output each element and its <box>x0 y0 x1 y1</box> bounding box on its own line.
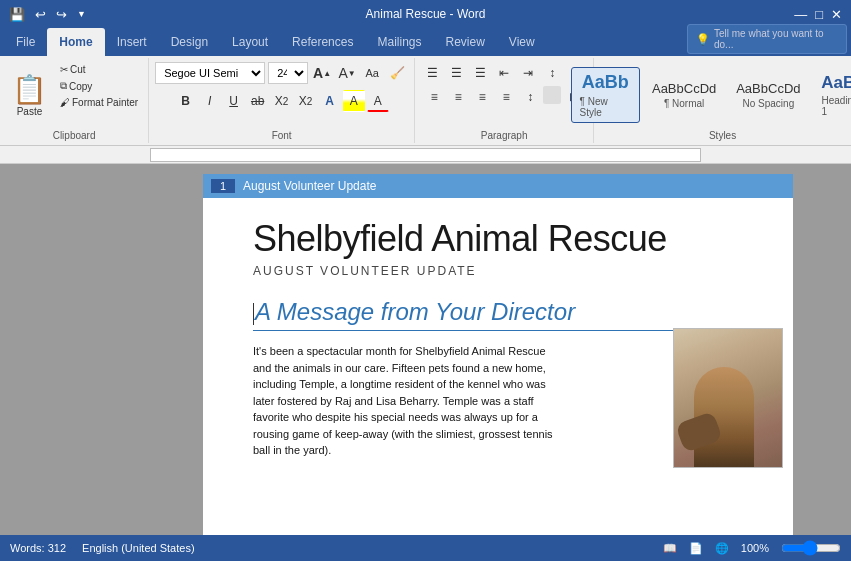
page-container: 1 August Volunteer Update Shelbyfield An… <box>145 164 851 535</box>
quick-access-toolbar: 💾 ↩ ↪ ▼ <box>6 5 89 24</box>
tab-layout[interactable]: Layout <box>220 28 280 56</box>
lightbulb-icon: 💡 <box>696 33 710 46</box>
zoom-level: 100% <box>741 542 769 554</box>
cut-button[interactable]: ✂ Cut <box>56 62 142 77</box>
strikethrough-button[interactable]: ab <box>247 90 269 112</box>
doc-heading: A Message from Your Director <box>253 298 743 331</box>
shading-button[interactable] <box>543 86 561 104</box>
format-painter-button[interactable]: 🖌 Format Painter <box>56 95 142 110</box>
paste-button[interactable]: 📋 Paste <box>6 62 53 128</box>
increase-indent-button[interactable]: ⇥ <box>517 62 539 84</box>
tell-me-box[interactable]: 💡 Tell me what you want to do... <box>687 24 847 54</box>
tab-view[interactable]: View <box>497 28 547 56</box>
font-group: Segoe UI Semi 24 A▲ A▼ Aa 🧹 B I U ab X2 … <box>149 58 415 143</box>
bold-button[interactable]: B <box>175 90 197 112</box>
heading1-preview: AaBb <box>821 73 851 93</box>
justify-button[interactable]: ≡ <box>495 86 517 108</box>
multilevel-list-button[interactable]: ☰ <box>469 62 491 84</box>
app-title: Animal Rescue - Word <box>366 7 486 21</box>
font-color-button[interactable]: A <box>367 90 389 112</box>
subscript-button[interactable]: X2 <box>271 90 293 112</box>
bullets-button[interactable]: ☰ <box>421 62 443 84</box>
copy-icon: ⧉ <box>60 80 67 92</box>
normal-preview: AaBbCcDd <box>652 81 716 97</box>
font-family-select[interactable]: Segoe UI Semi <box>155 62 265 84</box>
new-style-label: ¶ New Style <box>580 96 631 118</box>
page-header-line: 1 August Volunteer Update <box>203 174 793 198</box>
tell-me-text: Tell me what you want to do... <box>714 28 838 50</box>
page-line-text: August Volunteer Update <box>243 179 376 193</box>
align-right-button[interactable]: ≡ <box>471 86 493 108</box>
line-spacing-button[interactable]: ↕ <box>519 86 541 108</box>
clear-formatting-button[interactable]: 🧹 <box>386 62 408 84</box>
ruler <box>0 146 851 164</box>
font-size-select[interactable]: 24 <box>268 62 308 84</box>
tab-file[interactable]: File <box>4 28 47 56</box>
style-heading1[interactable]: AaBb Heading 1 <box>812 68 851 122</box>
undo-button[interactable]: ↩ <box>32 5 49 24</box>
tab-mailings[interactable]: Mailings <box>365 28 433 56</box>
page-number: 1 <box>211 179 235 193</box>
scissors-icon: ✂ <box>60 64 68 75</box>
ruler-bar <box>150 148 701 162</box>
paste-label: Paste <box>17 106 43 117</box>
style-normal[interactable]: AaBbCcDd ¶ Normal <box>644 76 724 115</box>
paste-icon: 📋 <box>12 73 47 106</box>
tab-insert[interactable]: Insert <box>105 28 159 56</box>
doc-sidebar <box>0 164 145 535</box>
text-cursor <box>253 303 254 325</box>
tab-design[interactable]: Design <box>159 28 220 56</box>
maximize-button[interactable]: □ <box>812 5 826 24</box>
styles-label: Styles <box>709 128 736 141</box>
italic-button[interactable]: I <box>199 90 221 112</box>
new-style-preview: AaBb <box>582 72 629 94</box>
normal-label: ¶ Normal <box>664 98 704 109</box>
copy-button[interactable]: ⧉ Copy <box>56 78 142 94</box>
view-mode-print[interactable]: 📄 <box>689 542 703 555</box>
numbering-button[interactable]: ☰ <box>445 62 467 84</box>
doc-title: Shelbyfield Animal Rescue <box>253 218 743 260</box>
redo-button[interactable]: ↪ <box>53 5 70 24</box>
minimize-button[interactable]: — <box>791 5 810 24</box>
status-bar: Words: 312 English (United States) 📖 📄 🌐… <box>0 535 851 561</box>
doc-subtitle: AUGUST VOLUNTEER UPDATE <box>253 264 743 278</box>
paragraph-label: Paragraph <box>481 128 528 141</box>
view-mode-read[interactable]: 📖 <box>663 542 677 555</box>
no-spacing-preview: AaBbCcDd <box>736 81 800 97</box>
superscript-button[interactable]: X2 <box>295 90 317 112</box>
sort-button[interactable]: ↕ <box>541 62 563 84</box>
language: English (United States) <box>82 542 195 554</box>
tab-review[interactable]: Review <box>433 28 496 56</box>
format-painter-icon: 🖌 <box>60 97 70 108</box>
decrease-font-button[interactable]: A▼ <box>336 62 358 84</box>
text-effects-button[interactable]: A <box>319 90 341 112</box>
change-case-button[interactable]: Aa <box>361 62 383 84</box>
align-center-button[interactable]: ≡ <box>447 86 469 108</box>
heading1-label: Heading 1 <box>821 95 851 117</box>
ribbon-tabs: File Home Insert Design Layout Reference… <box>0 28 851 56</box>
close-button[interactable]: ✕ <box>828 5 845 24</box>
increase-font-button[interactable]: A▲ <box>311 62 333 84</box>
view-mode-web[interactable]: 🌐 <box>715 542 729 555</box>
clipboard-group: 📋 Paste ✂ Cut ⧉ Copy 🖌 Format Painter Cl… <box>0 58 149 143</box>
doc-image <box>673 328 783 468</box>
save-button[interactable]: 💾 <box>6 5 28 24</box>
align-left-button[interactable]: ≡ <box>423 86 445 108</box>
text-highlight-button[interactable]: A <box>343 90 365 112</box>
no-spacing-label: No Spacing <box>743 98 795 109</box>
word-count: Words: 312 <box>10 542 66 554</box>
styles-group: AaBb ¶ New Style AaBbCcDd ¶ Normal AaBbC… <box>594 58 851 143</box>
clipboard-label: Clipboard <box>53 128 96 141</box>
document-area: 1 August Volunteer Update Shelbyfield An… <box>0 164 851 535</box>
zoom-slider[interactable] <box>781 542 841 554</box>
tab-home[interactable]: Home <box>47 28 104 56</box>
tab-references[interactable]: References <box>280 28 365 56</box>
quick-access-dropdown[interactable]: ▼ <box>74 7 89 21</box>
page-body[interactable]: Shelbyfield Animal Rescue AUGUST VOLUNTE… <box>203 198 793 535</box>
decrease-indent-button[interactable]: ⇤ <box>493 62 515 84</box>
underline-button[interactable]: U <box>223 90 245 112</box>
doc-body-text: It's been a spectacular month for Shelby… <box>253 343 563 459</box>
style-new-style[interactable]: AaBb ¶ New Style <box>571 67 640 123</box>
style-no-spacing[interactable]: AaBbCcDd No Spacing <box>728 76 808 115</box>
font-label: Font <box>272 128 292 141</box>
